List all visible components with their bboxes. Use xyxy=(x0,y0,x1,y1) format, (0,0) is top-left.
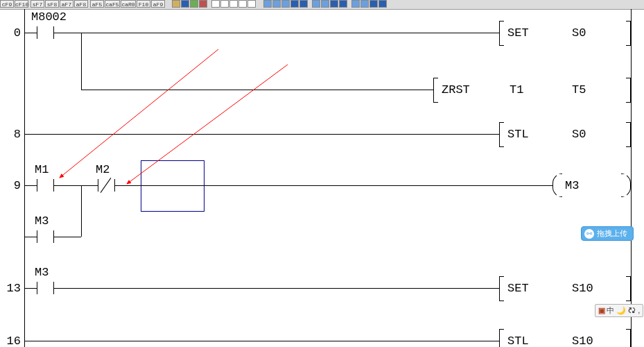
upload-pill[interactable]: ⚯拖拽上传 xyxy=(581,226,634,241)
wire xyxy=(81,90,433,90)
ime-toolbar[interactable]: ▣中 🌙 🗘 , xyxy=(595,304,643,317)
wire xyxy=(24,33,499,33)
tb-icon[interactable] xyxy=(247,0,256,8)
tb-icon[interactable] xyxy=(229,0,238,8)
tb-icon[interactable] xyxy=(299,0,308,8)
app-viewport: cF9 cF10 sF7 sF8 aF7 aF8 aF5 caF5 caR0 F… xyxy=(0,0,644,347)
tb-icon[interactable] xyxy=(263,0,272,8)
step-number: 16 xyxy=(0,335,21,347)
tb-caR0[interactable]: caR0 xyxy=(121,0,136,8)
contact-M3[interactable] xyxy=(30,279,60,297)
instr-arg: S10 xyxy=(572,282,593,295)
tb-icon[interactable] xyxy=(290,0,299,8)
tb-F10[interactable]: F10 xyxy=(137,0,150,8)
ladder-cursor[interactable] xyxy=(141,160,204,212)
tb-icon[interactable] xyxy=(190,0,198,8)
tb-aF7[interactable]: aF7 xyxy=(60,0,73,8)
instr-arg: S0 xyxy=(572,128,586,141)
ime-label: 中 🌙 🗘 , xyxy=(607,306,640,314)
instr-arg: T1 xyxy=(510,83,523,96)
wire xyxy=(24,288,499,289)
wire xyxy=(81,185,82,237)
link-icon: ⚯ xyxy=(584,229,594,239)
tb-sF7[interactable]: sF7 xyxy=(31,0,44,8)
output-stl-s10[interactable]: STL S10 xyxy=(499,329,631,347)
ime-icon: ▣ xyxy=(598,306,605,314)
contact-M2-nc[interactable] xyxy=(91,176,121,194)
instr-name: STL xyxy=(507,128,529,141)
contact-label: M1 xyxy=(35,163,49,176)
tb-aF9[interactable]: aF9 xyxy=(151,0,165,8)
right-bus-bar xyxy=(631,9,632,347)
toolbar: cF9 cF10 sF7 sF8 aF7 aF8 aF5 caF5 caR0 F… xyxy=(0,0,644,10)
upload-label: 拖拽上传 xyxy=(597,229,627,237)
contact-label: M2 xyxy=(96,163,110,176)
instr-name: ZRST xyxy=(442,83,470,96)
contact-M8002[interactable] xyxy=(30,24,60,42)
tb-aF8[interactable]: aF8 xyxy=(74,0,88,8)
instr-arg: S0 xyxy=(572,26,586,40)
tb-cF10[interactable]: cF10 xyxy=(15,0,28,8)
contact-M1[interactable] xyxy=(30,176,60,194)
tb-sF8[interactable]: sF8 xyxy=(45,0,59,8)
output-stl-s0[interactable]: STL S0 xyxy=(499,122,631,146)
tb-aF5[interactable]: aF5 xyxy=(90,0,104,8)
wire xyxy=(81,33,82,90)
step-number: 13 xyxy=(0,282,21,295)
tb-icon[interactable] xyxy=(339,0,347,8)
tb-icon[interactable] xyxy=(181,0,189,8)
coil-m3[interactable]: M3 xyxy=(552,174,631,197)
step-number: 9 xyxy=(0,179,21,192)
tb-icon[interactable] xyxy=(281,0,290,8)
tb-icon[interactable] xyxy=(321,0,329,8)
tb-icon[interactable] xyxy=(369,0,378,8)
instr-name: SET xyxy=(507,26,529,40)
tb-icon[interactable] xyxy=(211,0,220,8)
tb-icon[interactable] xyxy=(360,0,369,8)
arrow-icon xyxy=(60,49,218,178)
output-set-s10[interactable]: SET S10 xyxy=(499,276,631,300)
instr-name: SET xyxy=(507,282,529,295)
instr-arg: T5 xyxy=(572,83,586,96)
tb-icon[interactable] xyxy=(351,0,360,8)
instr-arg: S10 xyxy=(572,335,593,347)
output-set-s0[interactable]: SET S0 xyxy=(499,21,631,44)
tb-icon[interactable] xyxy=(199,0,207,8)
contact-M3[interactable] xyxy=(30,228,60,246)
tb-icon[interactable] xyxy=(272,0,281,8)
wire xyxy=(24,341,499,341)
wire xyxy=(24,134,499,135)
tb-icon[interactable] xyxy=(378,0,387,8)
coil-label: M3 xyxy=(565,179,579,192)
output-zrst[interactable]: ZRST T1 T5 xyxy=(433,78,631,101)
tb-icon[interactable] xyxy=(172,0,180,8)
contact-label: M3 xyxy=(35,214,49,228)
ladder-canvas[interactable]: 0 M8002 SET S0 ZRST T1 T5 8 STL S0 xyxy=(0,9,644,347)
instr-name: STL xyxy=(507,335,529,347)
tb-icon[interactable] xyxy=(330,0,338,8)
tb-icon[interactable] xyxy=(238,0,247,8)
contact-label: M3 xyxy=(35,266,49,279)
left-bus-bar xyxy=(24,9,25,347)
step-number: 8 xyxy=(0,128,21,141)
tb-cF9[interactable]: cF9 xyxy=(0,0,14,8)
tb-icon[interactable] xyxy=(312,0,320,8)
tb-caF5[interactable]: caF5 xyxy=(105,0,120,8)
tb-icon[interactable] xyxy=(220,0,229,8)
contact-label: M8002 xyxy=(31,10,67,24)
step-number: 0 xyxy=(0,26,21,40)
